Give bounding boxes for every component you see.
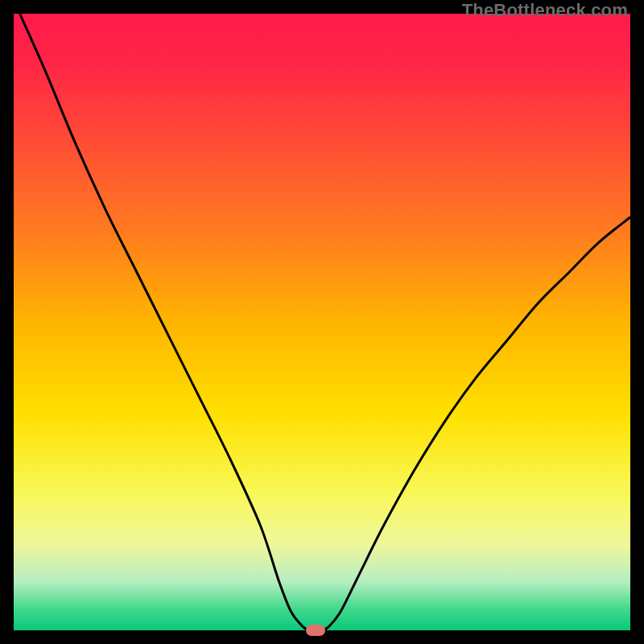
chart-frame <box>14 14 630 630</box>
optimum-marker <box>306 625 325 636</box>
gradient-background <box>14 14 630 630</box>
watermark-text: TheBottleneck.com <box>462 0 628 21</box>
bottleneck-chart <box>14 14 630 630</box>
